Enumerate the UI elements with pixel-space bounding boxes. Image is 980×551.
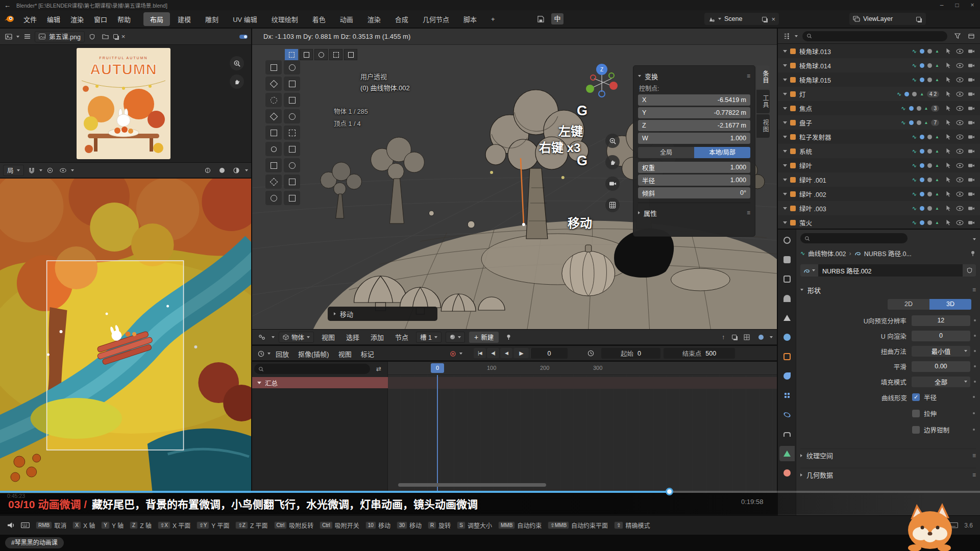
workspace-tab[interactable]: 纹理绘制 — [265, 12, 305, 26]
value-field[interactable]: 倾斜 0° — [638, 187, 750, 198]
transform-field[interactable]: W 1.000 — [638, 133, 750, 144]
timeline-scrollbar[interactable] — [398, 483, 546, 487]
tool-button[interactable] — [265, 93, 282, 107]
breadcrumb-object[interactable]: 曲线物体.002 — [808, 248, 846, 258]
outliner-row[interactable]: 萤火 ∿ ▲ — [778, 215, 980, 229]
hamburger-menu-icon[interactable] — [21, 31, 33, 42]
selectable-cursor-icon[interactable] — [945, 105, 952, 112]
tool-button[interactable] — [284, 60, 300, 74]
tool-button[interactable] — [284, 158, 300, 172]
disclosure-triangle-icon[interactable] — [783, 164, 787, 167]
prev-keyframe-icon[interactable]: ◀| — [487, 348, 499, 358]
unlink-icon[interactable]: × — [121, 33, 126, 40]
pin-icon[interactable] — [503, 332, 514, 343]
clock-editor-icon[interactable] — [255, 348, 266, 359]
zoom-icon[interactable] — [605, 134, 620, 148]
tool-button[interactable] — [265, 158, 282, 172]
animate-dot-icon[interactable] — [974, 350, 976, 352]
hide-eye-icon[interactable] — [956, 134, 964, 140]
value-field[interactable]: 权重 1.000 — [638, 162, 750, 173]
disable-render-camera-icon[interactable] — [968, 148, 975, 154]
disclosure-triangle-icon[interactable] — [783, 64, 787, 67]
proportional-edit-icon[interactable] — [44, 165, 56, 176]
frame-start-field[interactable]: 起始0 — [601, 348, 660, 359]
current-frame-field[interactable]: 0 — [531, 348, 568, 359]
filter-funnel-icon[interactable] — [952, 31, 963, 42]
snap-magnet-icon[interactable] — [26, 165, 37, 176]
keymap-keyboard-icon[interactable] — [19, 520, 31, 531]
outliner-row[interactable]: 绿叶 ∿ ▲ — [778, 158, 980, 172]
open-folder-icon[interactable] — [100, 31, 111, 42]
tool-button[interactable] — [265, 77, 282, 91]
workspace-tab[interactable]: 渲染 — [361, 12, 387, 26]
tool-button[interactable] — [265, 126, 282, 140]
tab-render-icon[interactable] — [779, 252, 795, 267]
camera-view-icon[interactable] — [605, 177, 620, 191]
menu-item[interactable]: 回放 — [272, 349, 293, 359]
timeline-ruler[interactable]: 0100200300 0 — [388, 362, 777, 375]
outliner-row[interactable]: 系统 ∿ ▲ — [778, 144, 980, 158]
breadcrumb-data[interactable]: NURBS 路径.0... — [864, 248, 912, 258]
chevron-down-icon[interactable] — [638, 75, 641, 77]
outliner-row[interactable]: 绿叶 .001 ∿ ▲ — [778, 172, 980, 187]
menu-item[interactable]: 文件 — [18, 14, 42, 24]
image-settings-toggle-icon[interactable] — [239, 33, 248, 40]
selectable-cursor-icon[interactable] — [945, 177, 952, 183]
image-editor-canvas[interactable]: FRUITFUL AUTUMN AUTUMN — [0, 45, 251, 162]
play-reverse-icon[interactable]: ◀ — [500, 348, 512, 358]
disable-render-camera-icon[interactable] — [968, 220, 975, 226]
tool-button[interactable] — [284, 109, 300, 123]
selectable-cursor-icon[interactable] — [945, 134, 952, 140]
section-header[interactable]: 几何数据 ≡ — [800, 468, 976, 480]
tab-particles-icon[interactable] — [779, 388, 795, 403]
chevron-down-icon[interactable] — [770, 336, 773, 338]
animate-dot-icon[interactable] — [973, 412, 975, 414]
select-circle-mode-icon[interactable] — [314, 49, 328, 60]
disable-render-camera-icon[interactable] — [968, 120, 975, 126]
menu-item[interactable]: 添加 — [367, 332, 387, 342]
channel-summary-row[interactable]: 汇总 — [252, 377, 388, 388]
menu-item[interactable]: 编辑 — [42, 14, 65, 24]
selectable-cursor-icon[interactable] — [945, 162, 952, 169]
tab-physics-icon[interactable] — [779, 407, 795, 422]
workspace-tab[interactable]: 布局 — [143, 12, 170, 26]
properties-search-input[interactable] — [800, 233, 908, 243]
disclosure-triangle-icon[interactable] — [783, 193, 787, 195]
menu-item[interactable]: 帮助 — [112, 14, 136, 24]
selectable-cursor-icon[interactable] — [945, 62, 952, 69]
checkbox-row[interactable]: 边界钳制 — [912, 424, 976, 435]
copy-icon[interactable] — [732, 335, 737, 339]
view-object-types-icon[interactable] — [58, 165, 69, 176]
fake-user-shield-icon[interactable] — [87, 31, 98, 42]
outliner-search-input[interactable] — [802, 31, 947, 41]
tab-object-icon[interactable] — [779, 349, 795, 364]
menu-item[interactable]: 窗口 — [89, 14, 112, 24]
npanel-tab[interactable]: 条目 — [756, 65, 770, 89]
viewlayer-selector[interactable]: ViewLayer — [849, 13, 926, 25]
snap-grid-icon[interactable] — [741, 332, 752, 343]
play-icon[interactable]: ▶ — [513, 348, 529, 358]
menu-item[interactable]: 渲染 — [65, 14, 89, 24]
chevron-down-icon[interactable] — [39, 169, 42, 171]
disclosure-triangle-icon[interactable] — [783, 93, 787, 95]
disable-render-camera-icon[interactable] — [968, 91, 975, 97]
select-lasso-mode-icon[interactable] — [329, 49, 342, 60]
disable-render-camera-icon[interactable] — [968, 63, 975, 68]
tab-material-icon[interactable] — [779, 465, 795, 481]
transform-field[interactable]: X -6.5419 m — [638, 94, 750, 106]
panel-grip-icon[interactable]: ≡ — [747, 72, 750, 80]
selectable-cursor-icon[interactable] — [945, 119, 952, 126]
dimension-toggle[interactable]: 3D — [929, 299, 971, 310]
copy-icon[interactable] — [916, 17, 921, 21]
section-header[interactable]: 纹理空间 ≡ — [800, 448, 976, 461]
navigation-gizmo[interactable]: Z — [579, 60, 625, 106]
disable-render-camera-icon[interactable] — [968, 106, 975, 111]
fake-user-shield-icon[interactable] — [963, 264, 976, 277]
copy-icon[interactable] — [762, 17, 767, 21]
timeline-tracks[interactable] — [388, 375, 777, 493]
hide-eye-icon[interactable] — [956, 63, 964, 68]
outliner-row[interactable]: 绿叶 .002 ∿ ▲ — [778, 187, 980, 201]
material-browse-dropdown[interactable] — [446, 332, 465, 343]
animate-dot-icon[interactable] — [973, 429, 975, 431]
animate-dot-icon[interactable] — [973, 396, 975, 398]
